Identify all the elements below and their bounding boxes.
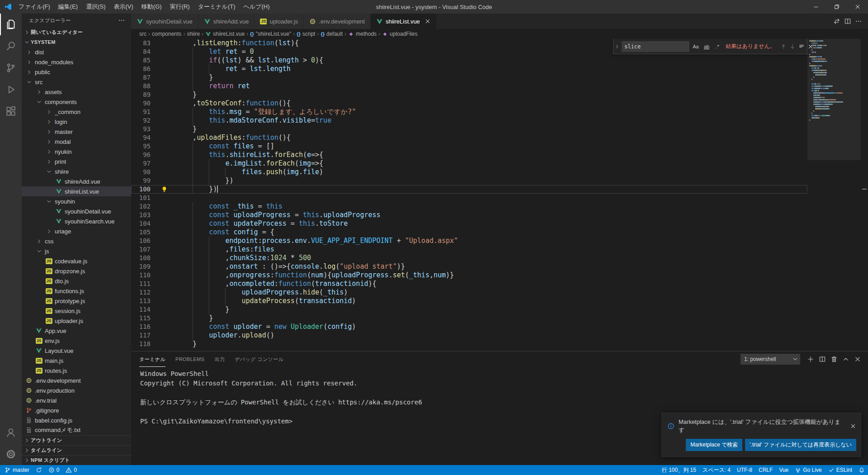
tree-item[interactable]: src <box>22 77 131 87</box>
tree-item[interactable]: modal <box>22 137 131 147</box>
tree-item[interactable]: dist <box>22 47 131 57</box>
workspace-root-section[interactable]: YSYSTEM <box>22 37 131 47</box>
code-line[interactable]: 113 updateProcess(transactionid) <box>131 297 807 305</box>
code-line[interactable]: 92 this.mdaStoreConf.visible=true <box>131 116 807 125</box>
code-line[interactable]: 89 } <box>131 90 807 99</box>
sidebar-section[interactable]: NPM スクリプト <box>22 455 131 465</box>
code-line[interactable]: 114 } <box>131 305 807 314</box>
tree-item[interactable]: JSenv.js <box>22 336 131 346</box>
status-cursor-position[interactable]: 行 100、列 15 <box>659 465 699 475</box>
restore-button[interactable] <box>826 0 847 14</box>
tree-item[interactable]: public <box>22 67 131 77</box>
close-icon[interactable] <box>806 42 815 51</box>
line-number[interactable]: 96 <box>131 151 151 159</box>
tree-item[interactable]: JSuploader.js <box>22 316 131 326</box>
regex-toggle[interactable]: .* <box>713 42 722 51</box>
menu-item[interactable]: ターミナル(T) <box>194 0 240 14</box>
line-number[interactable]: 87 <box>131 73 151 82</box>
panel-tab[interactable]: PROBLEMS <box>175 352 204 367</box>
activitybar-search[interactable] <box>0 35 22 57</box>
tree-item[interactable]: .env.production <box>22 385 131 395</box>
code-line[interactable]: 95 const files = [] <box>131 142 807 151</box>
line-number[interactable]: 102 <box>131 202 151 211</box>
close-icon[interactable] <box>853 354 863 364</box>
arrow-up-icon[interactable] <box>779 42 788 51</box>
status-eol[interactable]: CRLF <box>755 465 776 475</box>
line-number[interactable]: 86 <box>131 65 151 73</box>
code-line[interactable]: 90 ,toStoreConf:function(){ <box>131 99 807 108</box>
code-line[interactable]: 101 <box>131 194 807 202</box>
line-number[interactable]: 107 <box>131 245 151 254</box>
line-number[interactable]: 116 <box>131 323 151 331</box>
tree-item[interactable]: JSfunctions.js <box>22 286 131 296</box>
line-number[interactable]: 111 <box>131 280 151 288</box>
activitybar-run-debug[interactable] <box>0 79 22 100</box>
breadcrumb-item[interactable]: components <box>152 31 181 37</box>
line-number[interactable]: 92 <box>131 116 151 125</box>
match-case-toggle[interactable]: Aa <box>691 42 700 51</box>
tree-item[interactable]: commandメモ.txt <box>22 425 131 435</box>
code-line[interactable]: 118 } <box>131 340 807 348</box>
tree-item[interactable]: login <box>22 117 131 127</box>
panel-tab[interactable]: ターミナル <box>139 352 165 367</box>
line-number[interactable]: 108 <box>131 254 151 262</box>
breadcrumb-item[interactable]: shiireList.vue <box>205 31 245 37</box>
code-line[interactable]: 110 ,onprogress:function(num){uploadProg… <box>131 271 807 280</box>
tree-item[interactable]: nyukin <box>22 147 131 157</box>
code-line[interactable]: 102 const _this = this <box>131 202 807 211</box>
line-number[interactable]: 114 <box>131 305 151 314</box>
tree-item[interactable]: .gitignore <box>22 405 131 415</box>
tree-item[interactable]: syouhinDetail.vue <box>22 206 131 216</box>
tree-item[interactable]: JSmain.js <box>22 356 131 366</box>
menu-item[interactable]: 選択(S) <box>82 0 109 14</box>
tree-item[interactable]: syouhin <box>22 196 131 206</box>
tree-item[interactable]: JSsession.js <box>22 306 131 316</box>
code-line[interactable]: 111 ,oncompleted:function(transactionid)… <box>131 280 807 288</box>
breadcrumb-item[interactable]: uploadFiles <box>382 31 417 37</box>
code-line[interactable]: 115 } <box>131 314 807 323</box>
breadcrumb-item[interactable]: methods <box>348 31 377 37</box>
tree-item[interactable]: components <box>22 97 131 107</box>
tree-item[interactable]: JSprototype.js <box>22 296 131 306</box>
tree-item[interactable]: print <box>22 157 131 166</box>
tree-item[interactable]: uriage <box>22 226 131 236</box>
close-icon[interactable] <box>850 423 856 429</box>
lightbulb-icon[interactable] <box>161 186 168 193</box>
line-number[interactable]: 91 <box>131 108 151 116</box>
tree-item[interactable]: JSdto.js <box>22 276 131 286</box>
tree-item[interactable]: assets <box>22 87 131 97</box>
code-line[interactable]: 94 ,uploadFiles:function(){ <box>131 133 807 142</box>
open-changes-icon[interactable] <box>832 16 842 26</box>
menu-item[interactable]: ファイル(F) <box>14 0 54 14</box>
activitybar-extensions[interactable] <box>0 100 22 122</box>
tree-item[interactable]: node_modules <box>22 57 131 67</box>
trash-icon[interactable] <box>829 354 839 364</box>
line-number[interactable]: 90 <box>131 99 151 108</box>
code-line[interactable]: 103 const uploadProgress = this.uploadPr… <box>131 211 807 219</box>
line-number[interactable]: 105 <box>131 228 151 237</box>
split-editor-icon[interactable] <box>843 16 853 26</box>
status-branch[interactable]: master <box>0 465 33 475</box>
line-number[interactable]: 85 <box>131 56 151 65</box>
line-number[interactable]: 88 <box>131 82 151 90</box>
activitybar-source-control[interactable] <box>0 57 22 79</box>
panel-tab[interactable]: 出力 <box>214 352 225 367</box>
line-number[interactable]: 84 <box>131 48 151 56</box>
activitybar-explorer[interactable] <box>0 14 22 35</box>
toggle-replace-icon[interactable] <box>614 44 620 49</box>
breadcrumb-item[interactable]: {}default <box>321 31 343 37</box>
tree-item[interactable]: shiire <box>22 166 131 176</box>
code-line[interactable]: 100 }) <box>131 185 807 194</box>
line-number[interactable]: 99 <box>131 176 151 185</box>
plus-icon[interactable] <box>806 354 816 364</box>
editor-tab[interactable]: syouhinDetail.vue <box>131 14 198 29</box>
notification-button[interactable]: '.trial' ファイルに対しては再度表示しない <box>745 439 856 451</box>
line-number[interactable]: 115 <box>131 314 151 323</box>
find-input[interactable]: slice <box>622 41 689 52</box>
status-indentation[interactable]: スペース: 4 <box>699 465 734 475</box>
split-editor-icon[interactable] <box>817 354 827 364</box>
tree-item[interactable]: css <box>22 236 131 246</box>
code-line[interactable]: 96 this.shiireList.forEach(e=>{ <box>131 151 807 159</box>
status-warnings[interactable]: 0 <box>62 465 80 475</box>
selection-find-icon[interactable] <box>797 42 806 51</box>
